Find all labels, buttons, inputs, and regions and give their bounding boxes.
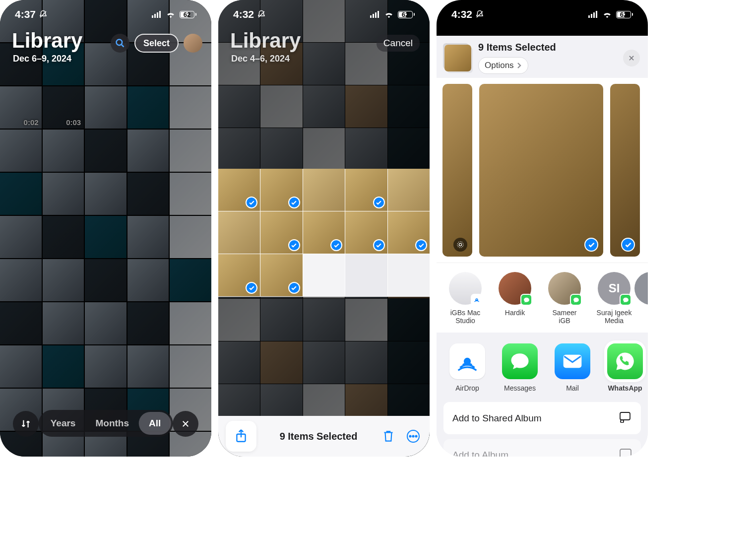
check-icon bbox=[415, 239, 427, 251]
apps-row[interactable]: AirDrop Messages Mail WhatsApp bbox=[437, 333, 648, 402]
photo-cell[interactable] bbox=[260, 211, 302, 254]
seg-months[interactable]: Months bbox=[85, 412, 139, 435]
action-add-shared-album[interactable]: Add to Shared Album bbox=[443, 402, 641, 434]
photo-cell[interactable] bbox=[260, 254, 302, 296]
svg-rect-25 bbox=[620, 449, 631, 457]
view-segmented-control[interactable]: Years Months All bbox=[39, 410, 173, 437]
contact-item[interactable]: SI Suraj Igeek Media bbox=[596, 272, 632, 325]
screenshot-library-view: 0:02 0:03 4:37 62 bbox=[0, 0, 211, 457]
svg-rect-2 bbox=[157, 12, 158, 18]
page-title: Library bbox=[230, 29, 301, 53]
photo-cell[interactable] bbox=[218, 211, 260, 254]
video-duration: 0:03 bbox=[66, 118, 81, 127]
status-time: 4:37 bbox=[15, 8, 36, 20]
airdrop-icon bbox=[449, 343, 485, 379]
status-time: 4:32 bbox=[451, 8, 472, 20]
svg-rect-3 bbox=[159, 11, 161, 18]
svg-point-12 bbox=[412, 435, 414, 437]
status-bar: 4:32 62 bbox=[218, 0, 430, 29]
preview-row[interactable] bbox=[437, 78, 648, 263]
selected-photos-band bbox=[218, 169, 430, 297]
wifi-icon bbox=[384, 11, 394, 18]
preview-item[interactable] bbox=[610, 84, 640, 257]
silent-icon bbox=[39, 10, 48, 19]
photo-grid[interactable]: 0:02 0:03 bbox=[0, 0, 211, 457]
close-button[interactable] bbox=[623, 50, 640, 67]
svg-rect-16 bbox=[593, 12, 595, 18]
svg-point-18 bbox=[459, 243, 461, 246]
check-icon bbox=[288, 239, 300, 251]
check-icon bbox=[246, 197, 257, 208]
app-whatsapp[interactable]: WhatsApp bbox=[605, 343, 645, 392]
live-photo-icon bbox=[453, 238, 467, 252]
avatar bbox=[499, 272, 531, 305]
album-icon bbox=[619, 448, 632, 457]
contact-item[interactable]: iGBs Mac Studio bbox=[447, 272, 483, 325]
close-button[interactable] bbox=[173, 411, 198, 437]
search-button[interactable] bbox=[111, 34, 129, 53]
photo-cell[interactable] bbox=[303, 254, 345, 296]
cellular-icon bbox=[370, 11, 380, 18]
cellular-icon bbox=[588, 11, 598, 18]
profile-avatar[interactable] bbox=[184, 34, 202, 53]
action-add-album[interactable]: Add to Album bbox=[443, 439, 641, 457]
contact-item[interactable]: P bbox=[646, 272, 648, 325]
seg-all[interactable]: All bbox=[139, 412, 171, 435]
preview-item[interactable] bbox=[442, 84, 472, 257]
action-list: Add to Shared Album Add to Album bbox=[437, 402, 648, 457]
trash-button[interactable] bbox=[382, 429, 395, 443]
contact-item[interactable]: Sameer iGB bbox=[547, 272, 582, 325]
photo-cell[interactable] bbox=[345, 169, 387, 211]
photo-cell[interactable] bbox=[345, 211, 387, 254]
svg-rect-23 bbox=[620, 412, 630, 420]
photo-cell[interactable] bbox=[260, 169, 302, 211]
wifi-icon bbox=[166, 11, 176, 18]
contact-label: Suraj Igeek Media bbox=[597, 309, 632, 325]
check-icon bbox=[288, 282, 300, 294]
select-button[interactable]: Select bbox=[134, 34, 179, 53]
airdrop-badge-icon bbox=[471, 294, 483, 306]
check-icon bbox=[621, 238, 635, 252]
svg-point-11 bbox=[409, 435, 411, 437]
date-range: Dec 6–9, 2024 bbox=[13, 54, 71, 64]
svg-rect-5 bbox=[370, 15, 372, 18]
sort-button[interactable] bbox=[13, 411, 39, 437]
svg-point-24 bbox=[621, 420, 624, 423]
svg-rect-1 bbox=[154, 14, 156, 18]
more-button[interactable] bbox=[406, 429, 421, 444]
seg-years[interactable]: Years bbox=[41, 412, 86, 435]
svg-rect-8 bbox=[378, 11, 379, 18]
contact-item[interactable]: Hardik bbox=[497, 272, 533, 325]
app-label: WhatsApp bbox=[608, 384, 642, 392]
contacts-row[interactable]: iGBs Mac Studio Hardik Sameer iGB bbox=[437, 263, 648, 333]
photo-cell[interactable] bbox=[218, 169, 260, 211]
app-mail[interactable]: Mail bbox=[553, 343, 592, 392]
photo-cell[interactable] bbox=[345, 254, 387, 296]
app-airdrop[interactable]: AirDrop bbox=[447, 343, 487, 392]
cancel-button[interactable]: Cancel bbox=[377, 35, 420, 52]
photo-cell[interactable] bbox=[303, 211, 345, 254]
status-time: 4:32 bbox=[233, 8, 254, 20]
date-range: Dec 4–6, 2024 bbox=[231, 54, 290, 64]
svg-rect-6 bbox=[373, 14, 374, 18]
photo-cell[interactable] bbox=[388, 254, 430, 296]
avatar bbox=[634, 272, 648, 305]
app-messages[interactable]: Messages bbox=[500, 343, 540, 392]
photo-cell[interactable] bbox=[218, 254, 260, 296]
contact-label: iGBs Mac Studio bbox=[450, 309, 481, 325]
svg-rect-15 bbox=[591, 14, 592, 18]
app-label: Messages bbox=[504, 384, 536, 392]
preview-item[interactable] bbox=[479, 84, 603, 257]
share-sheet: 9 Items Selected Options bbox=[437, 36, 648, 457]
battery-icon: 62 bbox=[398, 11, 415, 18]
svg-rect-0 bbox=[152, 15, 153, 18]
photo-cell[interactable] bbox=[303, 169, 345, 211]
check-icon bbox=[373, 197, 385, 208]
share-button[interactable] bbox=[227, 422, 255, 450]
check-icon bbox=[288, 197, 300, 208]
photo-cell[interactable] bbox=[388, 169, 430, 211]
options-button[interactable]: Options bbox=[478, 57, 528, 74]
app-label: Mail bbox=[566, 384, 579, 392]
photo-cell[interactable] bbox=[388, 211, 430, 254]
check-icon bbox=[246, 282, 257, 294]
